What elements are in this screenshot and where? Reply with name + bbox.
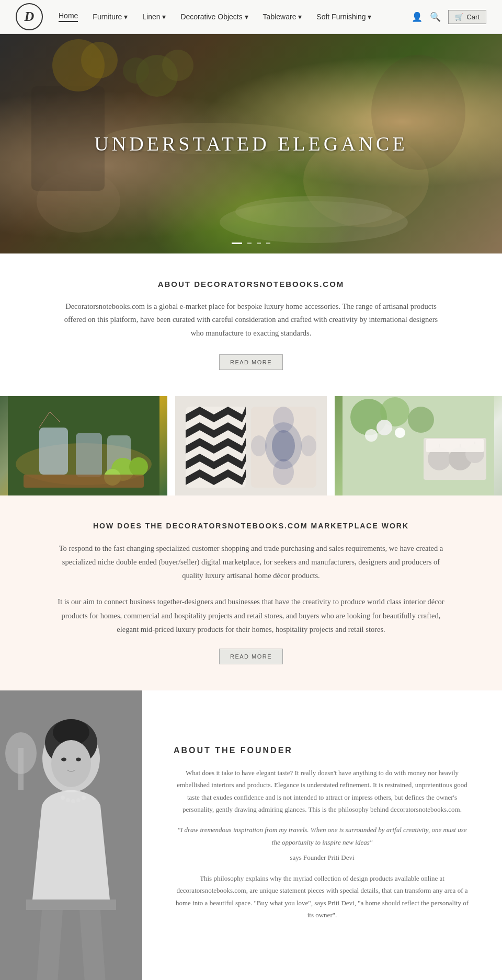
nav-item-linen[interactable]: Linen ▾ — [142, 13, 166, 21]
svg-rect-47 — [426, 439, 484, 452]
founder-quote: "I draw tremendous inspiration from my t… — [174, 824, 471, 848]
hero-dot-2[interactable] — [247, 243, 252, 244]
svg-point-30 — [273, 459, 294, 485]
founder-name: says Founder Priti Devi — [174, 854, 471, 862]
hero-dot-4[interactable] — [266, 243, 270, 244]
image-strip — [0, 396, 502, 495]
strip-image-candles[interactable] — [335, 396, 502, 495]
glasses-decoration — [0, 396, 167, 495]
nav-link-decorative[interactable]: Decorative Objects ▾ — [180, 13, 248, 21]
site-logo[interactable]: D — [16, 3, 43, 30]
svg-point-54 — [76, 757, 81, 761]
nav-link-furniture[interactable]: Furniture ▾ — [93, 13, 128, 21]
svg-rect-21 — [24, 475, 144, 488]
about-section: ABOUT DECORATORSNOTEBOOKS.COM Decorators… — [0, 253, 502, 396]
about-text: Decoratorsnotebooks.com is a global e-ma… — [63, 300, 439, 340]
nav-item-soft-furnishing[interactable]: Soft Furnishing ▾ — [316, 13, 371, 21]
svg-point-32 — [301, 435, 316, 456]
svg-point-29 — [273, 407, 294, 433]
founder-section: ABOUT THE FOUNDER What does it take to h… — [0, 690, 502, 980]
strip-image-glasses[interactable] — [0, 396, 167, 495]
navigation: D Home Furniture ▾ Linen ▾ Decorative Ob… — [0, 0, 502, 34]
hero-title-block: UNDERSTATED ELEGANCE — [94, 132, 407, 155]
pillows-image — [167, 396, 335, 495]
about-read-more-button[interactable]: READ MORE — [219, 354, 283, 370]
user-icon[interactable]: 👤 — [412, 11, 423, 22]
svg-point-12 — [235, 196, 392, 227]
founder-para-1: What does it take to have elegant taste?… — [174, 767, 471, 816]
nav-link-home[interactable]: Home — [59, 11, 78, 22]
svg-point-28 — [272, 430, 295, 462]
nav-item-furniture[interactable]: Furniture ▾ — [93, 13, 128, 21]
about-title: ABOUT DECORATORSNOTEBOOKS.COM — [63, 280, 439, 289]
svg-rect-61 — [18, 748, 24, 790]
how-title: HOW DOES THE DECORATORSNOTEBOOKS.COM MAR… — [52, 522, 450, 530]
nav-link-soft-furnishing[interactable]: Soft Furnishing ▾ — [316, 13, 371, 21]
founder-para-2: This philosophy explains why the myriad … — [174, 872, 471, 921]
how-text-1: To respond to the fast changing speciali… — [52, 541, 450, 582]
svg-point-52 — [51, 740, 91, 787]
how-text-2: It is our aim to connect business togeth… — [52, 595, 450, 636]
hero-section: UNDERSTATED ELEGANCE — [0, 34, 502, 253]
search-icon[interactable]: 🔍 — [430, 11, 441, 22]
nav-menu: Home Furniture ▾ Linen ▾ Decorative Obje… — [59, 11, 412, 22]
nav-link-linen[interactable]: Linen ▾ — [142, 13, 166, 21]
svg-point-8 — [123, 57, 149, 84]
svg-point-36 — [408, 407, 434, 433]
nav-icons-group: 👤 🔍 🛒 Cart — [412, 10, 486, 24]
how-read-more-button[interactable]: READ MORE — [219, 649, 283, 664]
hero-dots — [232, 243, 270, 244]
cart-icon: 🛒 — [455, 13, 463, 21]
strip-image-pillows[interactable] — [167, 396, 335, 495]
svg-point-38 — [365, 429, 378, 442]
nav-item-tableware[interactable]: Tableware ▾ — [263, 13, 302, 21]
svg-point-7 — [162, 50, 193, 81]
cart-button[interactable]: 🛒 Cart — [448, 10, 486, 24]
nav-item-home[interactable]: Home — [59, 11, 78, 22]
founder-image — [0, 690, 142, 980]
svg-point-39 — [395, 428, 405, 438]
nav-link-tableware[interactable]: Tableware ▾ — [263, 13, 302, 21]
svg-rect-2 — [31, 86, 105, 191]
svg-point-19 — [129, 457, 148, 476]
svg-rect-62 — [26, 900, 116, 910]
nav-item-decorative[interactable]: Decorative Objects ▾ — [180, 13, 248, 21]
founder-title: ABOUT THE FOUNDER — [174, 746, 471, 755]
svg-point-53 — [61, 757, 66, 761]
candles-image — [335, 396, 502, 495]
hero-dot-3[interactable] — [257, 243, 261, 244]
svg-point-31 — [251, 435, 267, 456]
svg-point-10 — [81, 42, 118, 78]
glasses-image — [0, 396, 167, 495]
hero-heading: UNDERSTATED ELEGANCE — [94, 132, 407, 155]
candles-decoration — [335, 396, 502, 495]
svg-point-37 — [376, 420, 392, 435]
founder-text-block: ABOUT THE FOUNDER What does it take to h… — [142, 690, 502, 980]
hero-dot-1[interactable] — [232, 243, 242, 244]
founder-photo — [0, 690, 142, 980]
svg-rect-16 — [76, 433, 102, 477]
pillows-decoration — [167, 396, 335, 495]
svg-rect-15 — [39, 428, 68, 475]
how-section: HOW DOES THE DECORATORSNOTEBOOKS.COM MAR… — [0, 495, 502, 690]
cart-label: Cart — [466, 13, 480, 21]
